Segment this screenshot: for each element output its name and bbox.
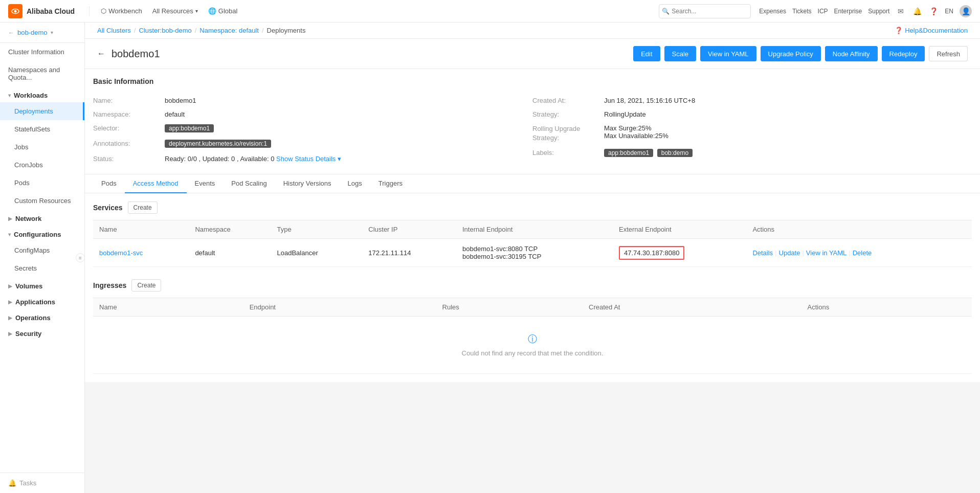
icp-link[interactable]: ICP — [818, 8, 828, 15]
sidebar-group-operations[interactable]: ▶ Operations — [0, 309, 84, 325]
service-delete-link[interactable]: Delete — [853, 249, 872, 257]
tab-pod-scaling[interactable]: Pod Scaling — [223, 174, 275, 193]
page-title: bobdemo1 — [112, 48, 160, 60]
labels-label: Labels: — [532, 149, 604, 156]
workbench-nav-item[interactable]: ⬡ Workbench — [96, 0, 147, 23]
mail-icon[interactable]: ✉ — [896, 6, 906, 16]
operations-arrow-icon: ▶ — [8, 315, 12, 321]
sidebar-cluster-header[interactable]: ← bob-demo ▾ — [0, 23, 84, 43]
col-actions: Actions — [746, 220, 972, 239]
breadcrumb-cluster[interactable]: Cluster:bob-demo — [139, 27, 191, 34]
configurations-arrow-icon: ▾ — [8, 232, 11, 237]
annotations-label: Annotations: — [93, 140, 165, 147]
logo-text: Alibaba Cloud — [27, 7, 75, 15]
cluster-chevron-icon: ▾ — [51, 30, 53, 35]
help-icon[interactable]: ❓ — [928, 6, 939, 16]
upgrade-policy-button[interactable]: Upgrade Policy — [761, 46, 821, 61]
redeploy-button[interactable]: Redeploy — [882, 46, 925, 61]
ingresses-empty-row: ⓘ Could not find any record that met the… — [93, 317, 972, 374]
sidebar-item-pods[interactable]: Pods — [0, 174, 84, 192]
scale-button[interactable]: Scale — [664, 46, 697, 61]
sidebar-item-cluster-info[interactable]: Cluster Information — [0, 43, 84, 61]
sidebar-item-secrets[interactable]: Secrets — [0, 259, 84, 277]
global-label: Global — [218, 7, 238, 15]
edit-button[interactable]: Edit — [633, 46, 660, 61]
info-row-selector: Selector: app:bobdemo1 — [93, 121, 532, 137]
col-type: Type — [271, 220, 363, 239]
service-update-link[interactable]: Update — [779, 249, 800, 257]
back-button[interactable]: ← — [97, 49, 105, 58]
col-cluster-ip: Cluster IP — [362, 220, 456, 239]
user-avatar[interactable]: 👤 — [960, 5, 972, 17]
service-name-link[interactable]: bobdemo1-svc — [99, 249, 143, 257]
global-nav-item[interactable]: 🌐 Global — [203, 0, 243, 23]
global-icon: 🌐 — [208, 7, 216, 15]
logo-icon — [8, 4, 23, 18]
help-documentation-link[interactable]: ❓ Help&Documentation — [895, 27, 968, 34]
sidebar-group-applications[interactable]: ▶ Applications — [0, 293, 84, 309]
sidebar-item-configmaps[interactable]: ConfigMaps — [0, 241, 84, 259]
sidebar-group-volumes[interactable]: ▶ Volumes — [0, 277, 84, 293]
strategy-value: RollingUpdate — [604, 110, 972, 118]
volumes-arrow-icon: ▶ — [8, 283, 12, 289]
sidebar-footer-tasks[interactable]: 🔔 Tasks — [0, 473, 84, 493]
sidebar-group-security[interactable]: ▶ Security — [0, 325, 84, 341]
sidebar-group-workloads[interactable]: ▾ Workloads — [0, 86, 84, 102]
services-create-button[interactable]: Create — [128, 201, 158, 214]
internal-ep-2: bobdemo1-svc:30195 TCP — [462, 253, 607, 260]
service-details-link[interactable]: Details — [752, 249, 773, 257]
service-view-yaml-link[interactable]: View in YAML — [806, 249, 847, 257]
info-row-created-at: Created At: Jun 18, 2021, 15:16:16 UTC+8 — [532, 94, 972, 107]
enterprise-link[interactable]: Enterprise — [834, 8, 862, 15]
sidebar-item-cronjobs[interactable]: CronJobs — [0, 156, 84, 174]
services-section-header: Services Create — [93, 201, 972, 214]
search-input[interactable] — [659, 4, 751, 18]
breadcrumb-namespace[interactable]: Namespace: default — [199, 27, 259, 34]
support-link[interactable]: Support — [868, 8, 889, 15]
tab-history-versions[interactable]: History Versions — [275, 174, 340, 193]
tickets-link[interactable]: Tickets — [792, 8, 812, 15]
expenses-link[interactable]: Expenses — [759, 8, 786, 15]
strategy-label: Strategy: — [532, 110, 604, 118]
tab-triggers[interactable]: Triggers — [370, 174, 411, 193]
back-arrow-icon: ← — [8, 29, 14, 36]
sidebar-item-custom-resources[interactable]: Custom Resources — [0, 192, 84, 210]
ingresses-title: Ingresses — [93, 281, 126, 289]
configurations-label: Configurations — [14, 231, 61, 238]
node-affinity-button[interactable]: Node Affinity — [825, 46, 878, 61]
action-sep-3: | — [849, 249, 850, 257]
service-row-1: bobdemo1-svc default LoadBalancer 172.21… — [93, 239, 972, 267]
sidebar-item-deployments[interactable]: Deployments — [0, 102, 84, 120]
refresh-button[interactable]: Refresh — [929, 46, 968, 61]
all-resources-nav-item[interactable]: All Resources ▾ — [147, 0, 203, 23]
sidebar-group-configurations[interactable]: ▾ Configurations — [0, 226, 84, 241]
applications-label: Applications — [15, 298, 55, 306]
security-arrow-icon: ▶ — [8, 331, 12, 337]
network-arrow-icon: ▶ — [8, 216, 12, 221]
ingresses-create-button[interactable]: Create — [131, 279, 161, 292]
applications-arrow-icon: ▶ — [8, 299, 12, 305]
empty-state: ⓘ Could not find any record that met the… — [93, 317, 972, 373]
sidebar-group-network[interactable]: ▶ Network — [0, 210, 84, 226]
security-label: Security — [15, 330, 41, 338]
sidebar-item-statefulsets[interactable]: StatefulSets — [0, 120, 84, 138]
tab-access-method[interactable]: Access Method — [125, 174, 187, 193]
tab-logs[interactable]: Logs — [340, 174, 370, 193]
selector-label: Selector: — [93, 124, 165, 132]
basic-info-grid: Name: bobdemo1 Namespace: default Select… — [93, 94, 972, 166]
help-doc-icon: ❓ — [895, 27, 903, 34]
sidebar-item-jobs[interactable]: Jobs — [0, 138, 84, 156]
lang-label[interactable]: EN — [945, 8, 953, 15]
jobs-label: Jobs — [14, 143, 28, 151]
breadcrumb-sep-2: / — [195, 27, 197, 34]
sidebar: ← bob-demo ▾ Cluster Information Namespa… — [0, 23, 85, 493]
breadcrumb-all-clusters[interactable]: All Clusters — [97, 27, 131, 34]
show-status-details-link[interactable]: Show Status Details ▾ — [276, 155, 341, 163]
service-internal-endpoint-cell: bobdemo1-svc:8080 TCP bobdemo1-svc:30195… — [456, 239, 613, 267]
tab-pods[interactable]: Pods — [93, 174, 125, 193]
bell-icon[interactable]: 🔔 — [912, 6, 922, 16]
sidebar-collapse-handle[interactable]: ≡ — [76, 253, 85, 262]
tab-events[interactable]: Events — [187, 174, 224, 193]
view-in-yaml-button[interactable]: View in YAML — [700, 46, 756, 61]
sidebar-item-namespaces[interactable]: Namespaces and Quota... — [0, 61, 84, 86]
